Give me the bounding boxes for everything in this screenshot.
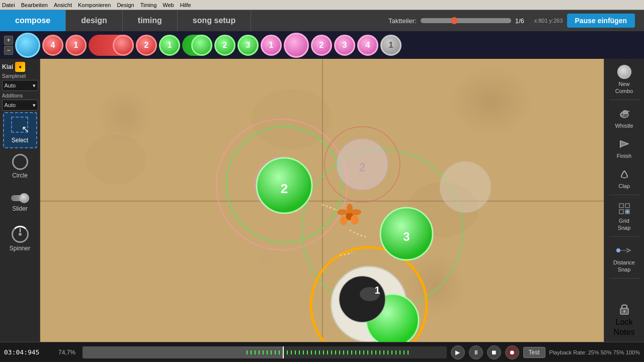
- tool-slider[interactable]: Slider: [3, 185, 37, 221]
- hit-object-strip: + − 4 1 2 1 2 3 1 2 3 4 1: [0, 31, 644, 59]
- sampleset-chevron: ▾: [33, 82, 36, 89]
- menu-ansicht[interactable]: Ansicht: [54, 2, 72, 8]
- menu-design[interactable]: Design: [117, 2, 134, 8]
- whistle-button[interactable]: Whistle: [606, 103, 642, 132]
- spinner-number-1: 1: [374, 285, 380, 296]
- canvas-circle-white[interactable]: [440, 162, 491, 212]
- circle-number-2-left: 2: [281, 181, 288, 196]
- whistle-icon: [616, 106, 632, 122]
- record-button[interactable]: ⏺: [505, 345, 519, 359]
- hit-object-1[interactable]: 4: [42, 35, 63, 56]
- flower-deco-1: [86, 134, 146, 185]
- tool-slider-label: Slider: [12, 205, 28, 212]
- distance-snap-label: Distance: [613, 259, 635, 265]
- hit-object-11[interactable]: 1: [380, 35, 401, 56]
- finish-icon: [616, 136, 632, 152]
- finish-label: Finish: [617, 153, 631, 159]
- menu-web[interactable]: Web: [163, 2, 174, 8]
- circle-number-3: 3: [403, 230, 410, 243]
- stop-button[interactable]: ⏹: [487, 345, 501, 359]
- tab-timing[interactable]: timing: [123, 10, 178, 31]
- tab-song-setup[interactable]: song setup: [178, 10, 251, 31]
- spinner-tool-icon: [12, 226, 29, 243]
- taktteiler-section: Taktteiler: 1/6 x:801 y:263 Pause einfüg…: [388, 10, 644, 31]
- hit-object-pink-large[interactable]: [284, 33, 309, 58]
- taktteiler-value: 1/6: [515, 17, 530, 25]
- hit-object-8[interactable]: 2: [311, 35, 332, 56]
- hit-object-7[interactable]: 1: [261, 35, 282, 56]
- hit-objects-svg: 2 2 3 1: [40, 59, 604, 342]
- playback-rate-label: Playback Rate: 25% 50% 75% 100%: [549, 349, 640, 355]
- new-combo-button[interactable]: New Combo: [606, 61, 642, 97]
- lock-notes-label2: Notes: [614, 328, 635, 337]
- grid-snap-button[interactable]: Grid Snap: [606, 198, 642, 234]
- grid-snap-label2: Snap: [618, 225, 631, 231]
- menu-datei[interactable]: Datei: [2, 2, 15, 8]
- flower-petal-5: [337, 209, 347, 215]
- menu-komponieren[interactable]: Komponieren: [78, 2, 111, 8]
- pause-insert-button[interactable]: Pause einfügen: [567, 14, 635, 28]
- svg-rect-7: [619, 210, 623, 214]
- hit-object-6[interactable]: 3: [237, 35, 259, 56]
- hit-object-slider-red[interactable]: [89, 35, 134, 56]
- new-combo-icon: [616, 64, 632, 80]
- lock-notes-button[interactable]: Lock Notes: [606, 298, 642, 340]
- svg-point-10: [616, 248, 620, 252]
- hit-object-slider-green[interactable]: [182, 35, 212, 56]
- new-combo-circle-icon: [617, 65, 631, 79]
- hit-object-2[interactable]: 1: [65, 35, 87, 56]
- timeline[interactable]: [83, 346, 447, 358]
- left-sidebar: Kiai ✦ Sampleset Auto ▾ Additions Auto ▾…: [0, 59, 40, 342]
- tab-compose[interactable]: compose: [0, 10, 66, 31]
- menu-timing[interactable]: Timing: [140, 2, 157, 8]
- flower-petal-2: [351, 209, 361, 215]
- kiai-icon[interactable]: ✦: [15, 62, 25, 72]
- flower-petal-4: [340, 216, 347, 225]
- distance-snap-icon: [616, 242, 632, 258]
- svg-rect-5: [619, 204, 623, 208]
- hit-object-9[interactable]: 3: [334, 35, 355, 56]
- menu-bearbeiten[interactable]: Bearbeiten: [21, 2, 48, 8]
- distance-snap-label2: Snap: [618, 266, 631, 273]
- distance-snap-button[interactable]: Distance Snap: [606, 239, 642, 276]
- tool-spinner-label: Spinner: [10, 245, 30, 252]
- grid-snap-label: Grid: [619, 218, 629, 224]
- hit-object-10[interactable]: 4: [357, 35, 378, 56]
- flower-petal-3: [351, 215, 359, 225]
- spinner-black-ball: [339, 276, 385, 322]
- flower-deco-2: [252, 89, 332, 149]
- kiai-label: Kiai: [2, 63, 13, 70]
- clap-label: Clap: [618, 183, 630, 189]
- additions-dropdown[interactable]: Auto ▾: [2, 100, 38, 111]
- taktteiler-label: Taktteiler:: [388, 17, 417, 25]
- hit-object-3[interactable]: 2: [136, 35, 157, 56]
- editor-canvas[interactable]: 2 2 3 1: [40, 59, 604, 342]
- menu-bar: Datei Bearbeiten Ansicht Komponieren Des…: [0, 0, 644, 10]
- hit-object-4[interactable]: 1: [159, 35, 180, 56]
- circle-number-2-right: 2: [359, 160, 365, 174]
- pause-button[interactable]: ⏸: [469, 345, 483, 359]
- timeline-marks: [247, 350, 411, 354]
- strip-plus-button[interactable]: +: [4, 36, 13, 45]
- tab-design[interactable]: design: [66, 10, 123, 31]
- whistle-label: Whistle: [615, 123, 633, 129]
- sampleset-label: Sampleset: [0, 73, 40, 79]
- strip-minus-button[interactable]: −: [4, 46, 13, 55]
- hit-object-0[interactable]: [15, 33, 40, 58]
- taktteiler-slider[interactable]: [421, 18, 511, 23]
- test-button[interactable]: Test: [523, 347, 545, 358]
- finish-button[interactable]: Finish: [606, 133, 642, 162]
- tool-spinner[interactable]: Spinner: [3, 221, 37, 257]
- hit-object-slider-end: [113, 35, 134, 56]
- lock-icon: [616, 301, 632, 317]
- sampleset-dropdown[interactable]: Auto ▾: [2, 80, 38, 91]
- menu-hilfe[interactable]: Hilfe: [180, 2, 191, 8]
- hit-object-5[interactable]: 2: [214, 35, 235, 56]
- tool-circle[interactable]: Circle: [3, 148, 37, 185]
- kiai-row: Kiai ✦: [0, 61, 40, 73]
- circle-tool-icon: [12, 154, 28, 170]
- hit-object-slider-green-end: [191, 35, 212, 56]
- play-button[interactable]: ▶: [451, 345, 465, 359]
- tool-select[interactable]: ↖ Select: [3, 112, 37, 148]
- clap-button[interactable]: Clap: [606, 163, 642, 192]
